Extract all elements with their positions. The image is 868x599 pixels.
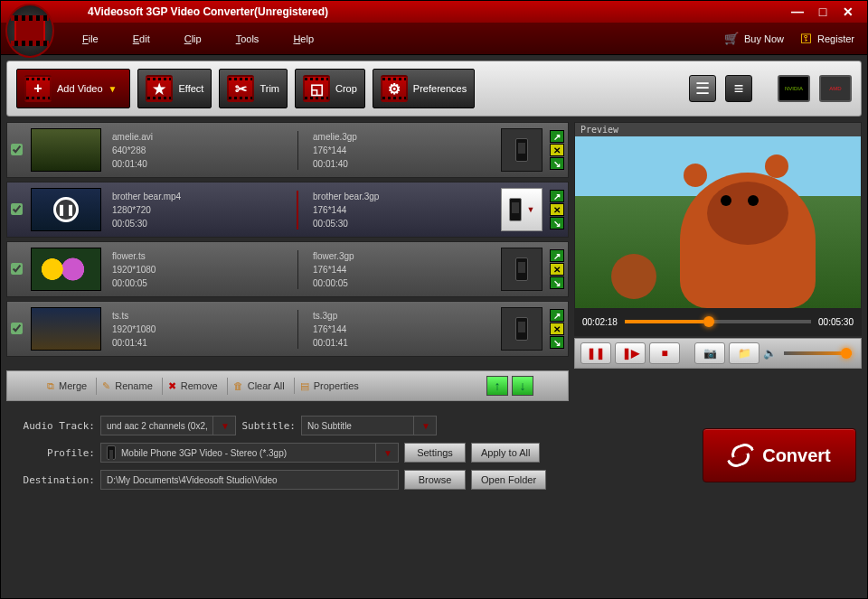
output-device-button[interactable]: ▼ [501, 188, 542, 231]
move-down-button[interactable]: ↓ [512, 376, 533, 396]
add-video-button[interactable]: + Add Video ▼ [16, 69, 130, 108]
row-up-button[interactable]: ↗ [550, 249, 564, 262]
file-row[interactable]: amelie.avi 640*288 00:01:40 amelie.3gp 1… [6, 122, 569, 178]
window-title: 4Videosoft 3GP Video Converter(Unregiste… [88, 5, 791, 18]
crop-button[interactable]: ◱Crop [295, 69, 365, 108]
file-checkbox[interactable] [11, 323, 23, 334]
phone-icon [107, 445, 116, 460]
volume-icon: 🔈 [763, 347, 777, 360]
source-filename: flower.ts [112, 250, 297, 262]
subtitle-select[interactable]: No Subtitle▼ [301, 416, 437, 435]
file-thumbnail[interactable] [31, 307, 101, 351]
row-controls: ↗ ✕ ↘ [550, 130, 564, 170]
view-list-button[interactable]: ☰ [689, 75, 716, 102]
merge-button[interactable]: ⧉Merge [42, 378, 97, 395]
profile-select[interactable]: Mobile Phone 3GP Video - Stereo (*.3gp) … [100, 443, 399, 463]
chevron-down-icon: ▼ [413, 416, 430, 435]
volume-slider[interactable] [784, 351, 852, 355]
file-checkbox[interactable] [11, 144, 23, 155]
apply-to-all-button[interactable]: Apply to All [471, 443, 540, 463]
list-toolbar: ⧉Merge ✎Rename ✖Remove 🗑Clear All ▤Prope… [6, 370, 569, 401]
view-detail-button[interactable]: ≡ [725, 75, 752, 102]
row-down-button[interactable]: ↘ [550, 217, 564, 229]
output-device-button[interactable]: ▼ [501, 248, 542, 291]
minimize-button[interactable]: — [791, 5, 804, 18]
output-duration: 00:01:41 [313, 337, 494, 349]
effect-button[interactable]: ★Effect [137, 69, 212, 108]
output-filename: amelie.3gp [313, 131, 494, 143]
buy-now-link[interactable]: 🛒Buy Now [724, 32, 784, 45]
gear-icon: ⚙ [381, 75, 408, 102]
snapshot-button[interactable]: 📷 [694, 342, 725, 364]
merge-icon: ⧉ [47, 380, 54, 392]
menu-help[interactable]: Help [293, 33, 314, 44]
row-controls: ↗ ✕ ↘ [550, 249, 564, 289]
properties-icon: ▤ [300, 380, 309, 392]
row-down-button[interactable]: ↘ [550, 157, 564, 170]
rename-button[interactable]: ✎Rename [97, 378, 163, 395]
file-checkbox[interactable] [11, 263, 23, 275]
output-filename: flower.3gp [313, 250, 494, 262]
remove-button[interactable]: ✖Remove [163, 378, 228, 395]
pause-button[interactable]: ❚❚ [580, 342, 611, 364]
row-down-button[interactable]: ↘ [550, 336, 564, 349]
output-duration: 00:00:05 [313, 277, 494, 289]
source-duration: 00:01:41 [112, 337, 297, 349]
output-device-button[interactable]: ▼ [501, 128, 542, 172]
file-row[interactable]: ts.ts 1920*1080 00:01:41 ts.3gp 176*144 … [6, 301, 569, 357]
crop-icon: ◱ [303, 75, 330, 102]
register-link[interactable]: ⚿Register [800, 32, 854, 45]
settings-button[interactable]: Settings [404, 443, 466, 463]
chevron-down-icon: ▼ [212, 416, 230, 435]
file-thumbnail[interactable] [31, 128, 101, 172]
row-up-button[interactable]: ↗ [550, 130, 564, 143]
file-thumbnail[interactable]: ❚❚ [31, 188, 101, 231]
source-duration: 00:05:30 [112, 218, 297, 229]
row-up-button[interactable]: ↗ [550, 309, 564, 322]
source-duration: 00:00:05 [112, 277, 297, 289]
pause-icon: ❚❚ [53, 197, 79, 222]
convert-button[interactable]: Convert [703, 428, 856, 482]
seek-slider[interactable] [625, 320, 811, 323]
menu-tools[interactable]: Tools [236, 33, 259, 44]
main-toolbar: + Add Video ▼ ★Effect ✂Trim ◱Crop ⚙Prefe… [6, 61, 862, 117]
destination-input[interactable]: D:\My Documents\4Videosoft Studio\Video [100, 470, 399, 490]
source-resolution: 1280*720 [112, 204, 297, 216]
file-row[interactable]: ❚❚ brother bear.mp4 1280*720 00:05:30 br… [6, 182, 569, 238]
preferences-button[interactable]: ⚙Preferences [373, 69, 475, 108]
playback-progress-bar: 00:02:18 00:05:30 [575, 308, 861, 335]
output-resolution: 176*144 [313, 323, 494, 335]
properties-button[interactable]: ▤Properties [295, 378, 368, 395]
menu-file[interactable]: File [82, 33, 99, 44]
row-down-button[interactable]: ↘ [550, 276, 564, 289]
output-device-button[interactable]: ▼ [501, 307, 542, 351]
scissors-icon: ✂ [227, 75, 254, 102]
browse-button[interactable]: Browse [404, 470, 466, 490]
output-duration: 00:01:40 [313, 158, 494, 170]
menu-clip[interactable]: Clip [184, 33, 202, 44]
trim-button[interactable]: ✂Trim [219, 69, 288, 108]
maximize-button[interactable]: □ [816, 5, 829, 18]
row-delete-button[interactable]: ✕ [550, 144, 564, 156]
row-up-button[interactable]: ↗ [550, 190, 564, 202]
source-filename: ts.ts [112, 310, 297, 322]
key-icon: ⚿ [800, 32, 812, 45]
output-info: flower.3gp 176*144 00:00:05 [306, 250, 494, 289]
menu-bar: File Edit Clip Tools Help 🛒Buy Now ⚿Regi… [1, 23, 867, 55]
row-delete-button[interactable]: ✕ [550, 323, 564, 335]
clear-all-button[interactable]: 🗑Clear All [228, 378, 295, 394]
row-delete-button[interactable]: ✕ [550, 263, 564, 276]
step-button[interactable]: ❚▶ [615, 342, 646, 364]
file-checkbox[interactable] [11, 203, 23, 215]
close-button[interactable]: ✕ [842, 5, 854, 18]
stop-button[interactable]: ■ [649, 342, 680, 364]
audio-track-label: Audio Track: [12, 420, 95, 432]
move-up-button[interactable]: ↑ [486, 376, 508, 396]
row-delete-button[interactable]: ✕ [550, 203, 564, 216]
open-snapshot-folder-button[interactable]: 📁 [729, 342, 760, 364]
menu-edit[interactable]: Edit [133, 33, 150, 44]
open-folder-button[interactable]: Open Folder [471, 470, 546, 490]
file-row[interactable]: flower.ts 1920*1080 00:00:05 flower.3gp … [6, 241, 569, 297]
file-thumbnail[interactable] [31, 248, 101, 291]
audio-track-select[interactable]: und aac 2 channels (0x2,▼ [100, 416, 236, 435]
